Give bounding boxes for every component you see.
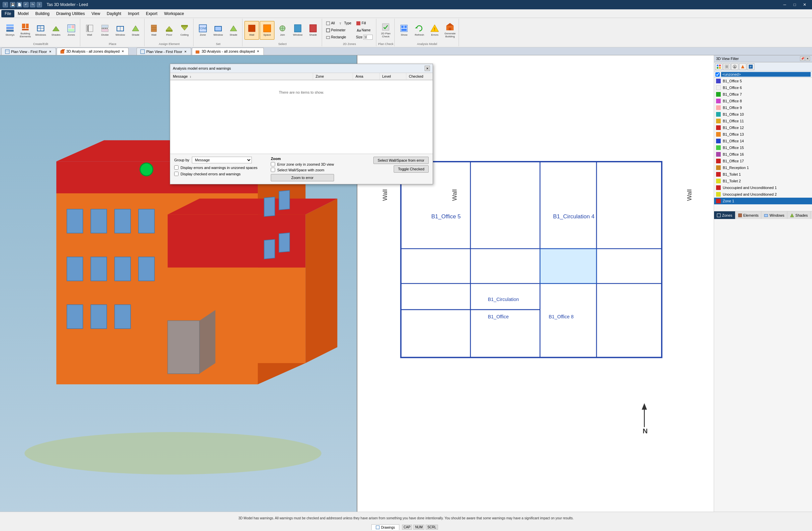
col-area[interactable]: Area (353, 73, 379, 80)
filter-item-b1-toilet2[interactable]: B1_Toilet 2 (714, 178, 812, 184)
size-input[interactable] (363, 35, 373, 40)
subpanel-tab-windows[interactable]: Windows (762, 211, 787, 219)
type-button[interactable]: T Type (337, 20, 353, 27)
filter-item-b1-office14[interactable]: B1_Office 14 (714, 138, 812, 144)
name-button[interactable]: Aa Name (354, 27, 375, 34)
col-level[interactable]: Level (379, 73, 406, 80)
assign-floor-button[interactable]: Floor (162, 21, 176, 40)
filter-item-unoccupied1[interactable]: Unoccupied and Unconditioned 1 (714, 184, 812, 191)
building-elements-button[interactable]: Building Elements (18, 21, 33, 40)
new-icon[interactable]: 📄 (17, 2, 22, 7)
display-unzoned-checkbox[interactable] (174, 165, 178, 170)
status-tab-drawings[interactable]: Drawings (371, 524, 399, 530)
select-space-button[interactable]: Space (260, 21, 274, 40)
filter-btn-5[interactable]: P (747, 63, 754, 70)
show-button[interactable]: Show (397, 21, 411, 40)
display-checked-checkbox[interactable] (174, 172, 178, 176)
redo-icon[interactable]: ↷ (30, 2, 35, 7)
select-join-button[interactable]: Join (275, 21, 290, 40)
select-window-button[interactable]: Window (290, 21, 305, 40)
fill-button[interactable]: Fill (354, 20, 375, 27)
storeys-button[interactable]: Storeys (3, 21, 17, 40)
close-button[interactable]: ✕ (800, 0, 809, 9)
place-shade-button[interactable]: Shade (128, 21, 143, 40)
errors-button[interactable]: ! Errors (427, 21, 442, 40)
subpanel-tab-zones[interactable]: Zones (714, 211, 735, 219)
assign-wall-button[interactable]: Wall (147, 21, 161, 40)
help-icon[interactable]: ? (37, 2, 42, 7)
filter-btn-1[interactable] (715, 63, 722, 70)
tab-close-3d-left[interactable]: ✕ (121, 49, 125, 53)
select-shade-button[interactable]: Shade (306, 21, 320, 40)
zoom-select-checkbox[interactable] (271, 168, 275, 172)
menu-drawing-utilities[interactable]: Drawing Utilities (53, 10, 88, 17)
filter-btn-4[interactable] (739, 63, 746, 70)
dialog-close-button[interactable]: ✕ (425, 66, 430, 71)
rectangle-button[interactable]: Rectangle (324, 34, 348, 41)
select-wall-space-button[interactable]: Select Wall/Space from error (373, 157, 429, 164)
menu-file[interactable]: File (1, 10, 14, 17)
menu-daylight[interactable]: Daylight (104, 10, 125, 17)
filter-item-b1-toilet1[interactable]: B1_Toilet 1 (714, 171, 812, 178)
dialog-table-content[interactable]: There are no items to show. (170, 80, 433, 154)
generate-building-button[interactable]: Generate Building (443, 21, 457, 40)
filter-item-b1-office6[interactable]: B1_Office 6 (714, 84, 812, 91)
select-wall-button[interactable]: Wall (245, 21, 259, 40)
undo-icon[interactable]: ↶ (23, 2, 29, 7)
zones-button[interactable]: Zones (64, 21, 78, 40)
filter-item-unoccupied2[interactable]: Unoccupied and Unconditioned 2 (714, 191, 812, 198)
filter-scroll[interactable]: B1_Office 5 B1_Office 6 B1_Office 7 B1_O… (714, 78, 812, 211)
menu-import[interactable]: Import (125, 10, 143, 17)
filter-item-b1-office10[interactable]: B1_Office 10 (714, 111, 812, 118)
group-by-select[interactable]: Message Zone Area Level (192, 157, 252, 163)
filter-item-b1-office7[interactable]: B1_Office 7 (714, 91, 812, 98)
unzoned-checkbox[interactable] (715, 72, 720, 77)
tab-plan-view-left[interactable]: Plan View - First Floor ✕ (1, 48, 56, 55)
place-window-button[interactable]: Window (113, 21, 128, 40)
filter-btn-2[interactable] (723, 63, 730, 70)
save-icon[interactable]: 💾 (10, 2, 15, 7)
tab-close-plan-left[interactable]: ✕ (48, 50, 52, 54)
refresh-button[interactable]: Refresh (412, 21, 427, 40)
filter-item-b1-office12[interactable]: B1_Office 12 (714, 124, 812, 131)
tab-plan-view-right[interactable]: Plan View - First Floor ✕ (136, 48, 191, 55)
windows-toolbar-button[interactable]: Windows (33, 21, 48, 40)
filter-item-b1-office8[interactable]: B1_Office 8 (714, 98, 812, 104)
zoom-to-error-button[interactable]: Zoom to error (271, 174, 334, 181)
subpanel-tab-shades[interactable]: Shades (787, 211, 811, 219)
set-zone-button[interactable]: ZONE Zone (195, 21, 210, 40)
col-zone[interactable]: Zone (313, 73, 353, 80)
filter-item-b1-office15[interactable]: B1_Office 15 (714, 144, 812, 151)
filter-item-b1-office9[interactable]: B1_Office 9 (714, 104, 812, 111)
place-wall-button[interactable]: Wall (82, 21, 97, 40)
toggle-checked-button[interactable]: Toggle Checked (394, 165, 429, 173)
filter-item-zone1[interactable]: Zone 1 (714, 198, 812, 204)
zoom-3d-checkbox[interactable] (271, 162, 275, 166)
menu-model[interactable]: Model (14, 10, 32, 17)
filter-close-button[interactable]: ✕ (805, 56, 810, 61)
col-message[interactable]: Message ↕ (170, 73, 313, 80)
col-checked[interactable]: Checked (406, 73, 433, 80)
tab-close-plan-right[interactable]: ✕ (184, 50, 188, 54)
all-button[interactable]: All (324, 20, 337, 27)
subpanel-tab-elements[interactable]: Elements (735, 211, 762, 219)
assign-ceiling-button[interactable]: Ceiling (177, 21, 192, 40)
analysis-dialog[interactable]: Analysis model errors and warnings ✕ Mes… (170, 64, 433, 184)
set-shade-button[interactable]: Shade (226, 21, 241, 40)
menu-view[interactable]: View (88, 10, 104, 17)
set-window-button[interactable]: Window (211, 21, 226, 40)
filter-item-b1-office16[interactable]: B1_Office 16 (714, 151, 812, 158)
filter-item-b1-office11[interactable]: B1_Office 11 (714, 118, 812, 124)
menu-export[interactable]: Export (143, 10, 161, 17)
filter-item-b1-office13[interactable]: B1_Office 13 (714, 131, 812, 138)
perimeter-button[interactable]: Perimeter (324, 27, 347, 34)
filter-item-b1-reception1[interactable]: B1_Reception 1 (714, 164, 812, 171)
tab-close-3d-right[interactable]: ✕ (256, 49, 260, 53)
filter-btn-3[interactable] (731, 63, 738, 70)
maximize-button[interactable]: □ (790, 0, 799, 9)
filter-item-b1-office5[interactable]: B1_Office 5 (714, 78, 812, 84)
2d-plan-check-button[interactable]: 2D Plan Check (378, 21, 393, 40)
menu-building[interactable]: Building (32, 10, 53, 17)
tab-3d-analysis-left[interactable]: 3D Analysis - all zones displayed ✕ (57, 48, 129, 55)
size-button[interactable]: Size (354, 34, 375, 41)
